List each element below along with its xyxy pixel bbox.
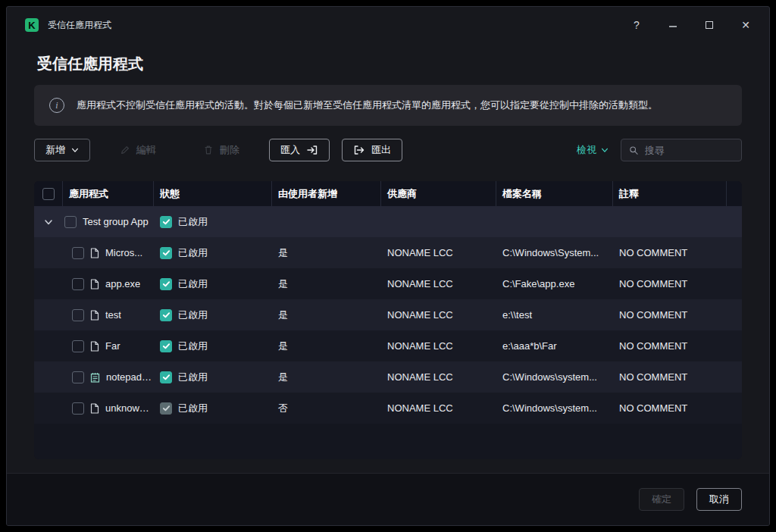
collapse-chevron-icon[interactable] xyxy=(44,217,53,227)
comment: NO COMMENT xyxy=(613,309,727,321)
status-checkbox[interactable] xyxy=(160,340,172,352)
file-name: C:\Fake\app.exe xyxy=(496,278,613,289)
col-added-by-user[interactable]: 由使用者新增 xyxy=(272,181,381,206)
status-label: 已啟用 xyxy=(178,371,208,384)
view-dropdown[interactable]: 檢視 xyxy=(577,143,609,157)
table-row[interactable]: test 已啟用 是 NONAME LCC e:\\test NO COMMEN… xyxy=(34,299,742,330)
select-all-checkbox[interactable] xyxy=(42,188,55,200)
vendor: NONAME LCC xyxy=(381,309,496,321)
app-name: test xyxy=(105,309,121,321)
app-window: K 受信任應用程式 ? ✕ 受信任應用程式 i 應用程式不控制受信任應用程式的活… xyxy=(6,6,770,526)
col-file-name[interactable]: 檔案名稱 xyxy=(496,181,613,206)
table-row[interactable]: app.exe 已啟用 是 NONAME LCC C:\Fake\app.exe… xyxy=(34,268,742,299)
table-row[interactable]: Far 已啟用 是 NONAME LCC e:\aaa*b\Far NO COM… xyxy=(34,330,742,361)
page-title: 受信任應用程式 xyxy=(7,43,769,77)
row-select-checkbox[interactable] xyxy=(72,247,84,259)
maximize-icon xyxy=(706,21,713,29)
table-row[interactable]: unknown.... 已啟用 否 NONAME LCC C:\Windows\… xyxy=(34,393,742,424)
chevron-down-icon xyxy=(71,146,79,154)
add-button[interactable]: 新增 xyxy=(34,139,90,161)
file-name: C:\Windows\System... xyxy=(496,247,613,258)
search-input[interactable] xyxy=(645,145,734,156)
added-by-user: 否 xyxy=(272,402,381,415)
comment: NO COMMENT xyxy=(613,247,727,258)
footer: 確定 取消 xyxy=(7,473,769,525)
window-title: 受信任應用程式 xyxy=(48,19,111,32)
maximize-button[interactable] xyxy=(702,18,716,32)
vendor: NONAME LCC xyxy=(381,371,496,383)
status-label: 已啟用 xyxy=(178,340,208,353)
row-select-checkbox[interactable] xyxy=(72,371,84,383)
group-row[interactable]: Test group App 已啟用 xyxy=(34,206,742,237)
row-select-checkbox[interactable] xyxy=(72,309,84,321)
export-icon xyxy=(353,144,365,156)
row-select-checkbox[interactable] xyxy=(64,216,77,228)
comment: NO COMMENT xyxy=(613,371,727,383)
status-checkbox[interactable] xyxy=(160,247,172,259)
status-checkbox[interactable] xyxy=(160,371,172,383)
pencil-icon xyxy=(120,145,130,155)
ok-button[interactable]: 確定 xyxy=(639,488,684,511)
app-name: app.exe xyxy=(105,278,140,289)
export-button[interactable]: 匯出 xyxy=(342,139,402,161)
delete-button[interactable]: 刪除 xyxy=(192,139,251,161)
comment: NO COMMENT xyxy=(613,402,727,414)
table-header: 應用程式 狀態 由使用者新增 供應商 檔案名稱 註釋 xyxy=(34,181,742,206)
titlebar: K 受信任應用程式 ? ✕ xyxy=(7,7,769,43)
status-label: 已啟用 xyxy=(178,308,208,322)
app-name: notepad.e... xyxy=(106,371,154,383)
col-vendor[interactable]: 供應商 xyxy=(381,181,496,206)
table-row[interactable]: notepad.e... 已啟用 是 NONAME LCC C:\Windows… xyxy=(34,361,742,393)
table-row[interactable]: Micros... 已啟用 是 NONAME LCC C:\Windows\Sy… xyxy=(34,237,742,268)
info-banner-text: 應用程式不控制受信任應用程式的活動。對於每個已新增至受信任應用程式清單的應用程式… xyxy=(77,98,658,113)
app-name: Far xyxy=(105,340,120,352)
status-label: 已啟用 xyxy=(178,215,208,229)
row-select-checkbox[interactable] xyxy=(72,278,84,290)
file-icon xyxy=(90,341,99,352)
search-box xyxy=(621,139,742,161)
file-icon xyxy=(90,279,99,289)
comment: NO COMMENT xyxy=(613,340,727,352)
status-label: 已啟用 xyxy=(178,277,208,291)
import-icon xyxy=(306,144,318,156)
cancel-button[interactable]: 取消 xyxy=(696,488,742,511)
added-by-user: 是 xyxy=(272,371,381,384)
app-name: unknown.... xyxy=(105,402,154,414)
edit-button-label: 編輯 xyxy=(136,143,156,157)
col-status[interactable]: 狀態 xyxy=(154,181,272,206)
row-select-checkbox[interactable] xyxy=(72,340,84,352)
close-button[interactable]: ✕ xyxy=(739,18,753,32)
status-checkbox[interactable] xyxy=(160,278,172,290)
add-button-label: 新增 xyxy=(45,143,65,157)
file-icon xyxy=(90,403,99,414)
import-button[interactable]: 匯入 xyxy=(269,139,330,161)
group-name: Test group App xyxy=(83,216,149,227)
delete-button-label: 刪除 xyxy=(220,143,239,157)
vendor: NONAME LCC xyxy=(381,247,496,258)
status-label: 已啟用 xyxy=(178,402,208,415)
status-label: 已啟用 xyxy=(178,246,208,260)
status-checkbox[interactable] xyxy=(160,216,172,228)
trash-icon xyxy=(203,145,214,155)
help-button[interactable]: ? xyxy=(630,18,643,32)
search-icon xyxy=(629,145,639,156)
col-application[interactable]: 應用程式 xyxy=(63,181,154,206)
notepad-icon xyxy=(90,372,100,383)
row-select-checkbox[interactable] xyxy=(72,402,84,415)
export-button-label: 匯出 xyxy=(371,143,391,157)
app-name: Micros... xyxy=(105,247,142,258)
toolbar: 新增 編輯 刪除 匯入 匯出 檢視 xyxy=(34,138,742,162)
status-checkbox-disabled xyxy=(160,402,172,415)
added-by-user: 是 xyxy=(272,308,381,322)
file-name: e:\aaa*b\Far xyxy=(496,340,613,352)
added-by-user: 是 xyxy=(272,246,381,260)
minimize-button[interactable] xyxy=(666,18,680,32)
vendor: NONAME LCC xyxy=(381,340,496,352)
status-checkbox[interactable] xyxy=(160,309,172,321)
file-name: C:\Windows\system... xyxy=(496,371,613,383)
col-comment[interactable]: 註釋 xyxy=(613,181,727,206)
import-button-label: 匯入 xyxy=(280,143,300,157)
file-name: C:\Windows\system... xyxy=(496,402,613,414)
edit-button[interactable]: 編輯 xyxy=(108,139,167,161)
applications-table: 應用程式 狀態 由使用者新增 供應商 檔案名稱 註釋 Test group Ap… xyxy=(34,181,742,459)
